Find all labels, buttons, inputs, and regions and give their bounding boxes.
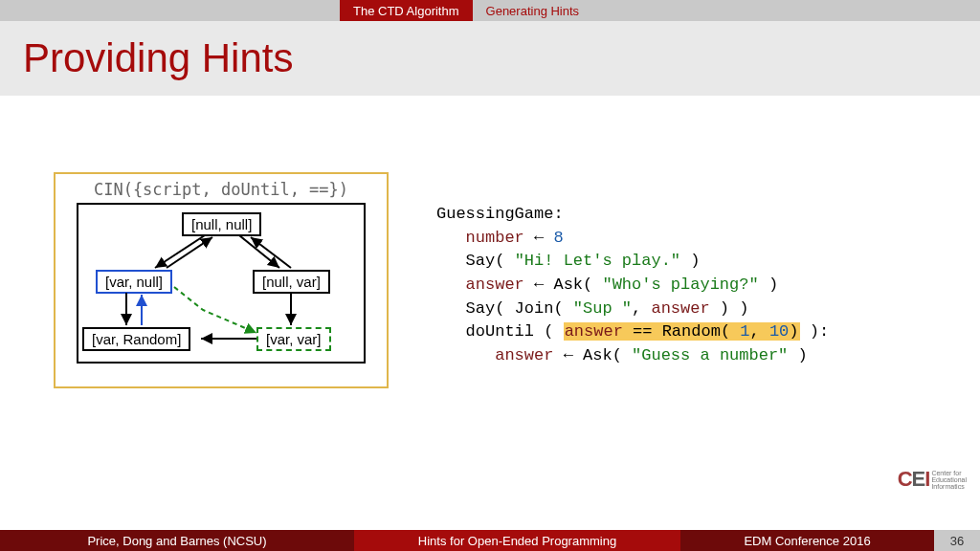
logo-text: Center for Educational Informatics	[931, 470, 967, 490]
node-var-null: [var, null]	[96, 270, 172, 294]
breadcrumb-nav: The CTD Algorithm Generating Hints	[0, 0, 980, 21]
diagram-caption: CIN({script, doUntil, ==})	[56, 174, 387, 203]
node-null-null: [null, null]	[182, 212, 261, 236]
nav-tab-hints: Generating Hints	[473, 0, 593, 21]
logo-mark: CEI	[898, 467, 930, 492]
code-str: "Guess a number"	[632, 346, 788, 364]
footer-page-number: 36	[934, 530, 980, 551]
title-band: Providing Hints	[0, 21, 980, 96]
code-listing: GuessingGame: number ← 8 Say( "Hi! Let's…	[436, 203, 829, 367]
code-str: "Who's playing?"	[602, 276, 758, 294]
cei-logo: CEI Center for Educational Informatics	[898, 467, 967, 492]
page-title: Providing Hints	[23, 35, 293, 81]
footer-authors: Price, Dong and Barnes (NCSU)	[0, 530, 354, 551]
code-num: 8	[553, 229, 563, 247]
slide-footer: Price, Dong and Barnes (NCSU) Hints for …	[0, 530, 980, 551]
footer-conference: EDM Conference 2016	[680, 530, 934, 551]
code-str: "Sup "	[573, 299, 632, 318]
svg-line-2	[239, 235, 279, 268]
node-null-var: [null, var]	[253, 270, 330, 294]
footer-title: Hints for Open-Ended Programming	[354, 530, 680, 551]
code-var: answer	[466, 276, 524, 294]
code-var: number	[466, 229, 524, 247]
slide-body: CIN({script, doUntil, ==}) [null, null] …	[0, 96, 980, 517]
code-var: answer	[651, 299, 709, 318]
code-str: "Hi! Let's play."	[515, 252, 680, 270]
node-var-random: [var, Random]	[82, 327, 190, 351]
svg-line-0	[155, 235, 205, 268]
svg-line-3	[251, 237, 291, 268]
nav-tab-algorithm: The CTD Algorithm	[340, 0, 473, 21]
cin-diagram: CIN({script, doUntil, ==}) [null, null] …	[54, 172, 389, 388]
code-header: GuessingGame:	[436, 205, 564, 223]
highlight-region: answer == Random( 1, 10)	[564, 322, 800, 341]
diagram-graph: [null, null] [var, null] [null, var] [va…	[77, 203, 366, 364]
node-var-var: [var, var]	[256, 327, 331, 351]
svg-line-1	[167, 237, 212, 268]
code-var: answer	[495, 346, 553, 364]
